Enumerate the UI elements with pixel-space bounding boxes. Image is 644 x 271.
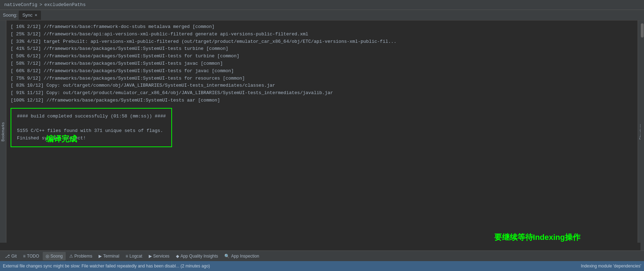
breadcrumb-part2: excludeGenPaths (44, 2, 85, 7)
toolbar-app-inspection-label: App Inspection (231, 254, 259, 259)
terminal-line-7: [ 66% 8/12] //frameworks/base/packages/S… (11, 68, 633, 75)
toolbar-todo[interactable]: ≡ TODO (20, 252, 42, 260)
app-quality-icon: ◆ (176, 254, 179, 259)
problems-icon: ⚠ (69, 254, 73, 259)
toolbar-logcat-label: Logcat (130, 254, 142, 259)
toolbar-logcat[interactable]: ≡ Logcat (123, 252, 145, 260)
terminal-line-9: [ 83% 10/12] Copy: out/target/common/obj… (11, 82, 633, 90)
toolbar-soong[interactable]: ◎ Soong (43, 252, 66, 260)
success-line-3: Finished syncing project! (17, 135, 166, 142)
tab-bar: Soong: Sync × (0, 10, 644, 21)
terminal-output: [ 16% 2/12] //frameworks/base:framework-… (6, 21, 638, 243)
toolbar-git[interactable]: ⎇ Git (2, 252, 19, 260)
toolbar-app-quality-label: App Quality Insights (181, 254, 218, 259)
sync-tab[interactable]: Sync × (19, 11, 41, 20)
toolbar-todo-label: TODO (27, 254, 39, 259)
toolbar-app-quality[interactable]: ◆ App Quality Insights (173, 252, 221, 260)
terminal-line-11: [100% 12/12] //frameworks/base/packages/… (11, 97, 633, 104)
breadcrumb-part1: nativeConfig (4, 2, 37, 7)
terminal-line-1: [ 16% 2/12] //frameworks/base:framework-… (11, 23, 633, 31)
sync-tab-close[interactable]: × (35, 13, 37, 17)
terminal-line-5: [ 50% 6/12] //frameworks/base/packages/S… (11, 53, 633, 60)
status-left-text: External file changes sync might be slow… (3, 264, 210, 269)
breadcrumb-separator: > (40, 2, 42, 7)
toolbar-services[interactable]: ▶ Services (146, 252, 172, 260)
toolbar-problems[interactable]: ⚠ Problems (66, 252, 95, 260)
chinese-text-indexing: 要继续等待Indexing操作 (494, 232, 580, 243)
terminal-line-4: [ 41% 5/12] //frameworks/base/packages/S… (11, 45, 633, 53)
bookmarks-label: Bookmarks (1, 122, 5, 142)
breadcrumb-bar: nativeConfig > excludeGenPaths (0, 0, 644, 10)
status-bar: External file changes sync might be slow… (0, 261, 644, 271)
toolbar-problems-label: Problems (75, 254, 93, 259)
toolbar-app-inspection[interactable]: 🔍 App Inspection (221, 252, 262, 260)
soong-icon: ◎ (46, 254, 49, 259)
services-icon: ▶ (149, 254, 152, 259)
success-line-empty (17, 120, 166, 128)
terminal-line-8: [ 75% 9/12] //frameworks/base/packages/S… (11, 75, 633, 82)
toolbar-terminal[interactable]: ▶ Terminal (96, 252, 122, 260)
main-area: Bookmarks [ 16% 2/12] //frameworks/base:… (0, 21, 644, 243)
terminal-line-6: [ 58% 7/12] //frameworks/base/packages/S… (11, 60, 633, 68)
toolbar-soong-label: Soong (51, 254, 63, 259)
terminal-icon: ▶ (99, 254, 102, 259)
scrollbar[interactable] (640, 21, 644, 250)
scrollbar-thumb[interactable] (641, 23, 644, 38)
terminal-line-10: [ 91% 11/12] Copy: out/target/product/em… (11, 90, 633, 97)
toolbar-terminal-label: Terminal (103, 254, 119, 259)
logcat-icon: ≡ (126, 254, 128, 259)
bottom-toolbar: ⎇ Git ≡ TODO ◎ Soong ⚠ Problems ▶ Termin… (0, 250, 644, 261)
success-line-2: 5155 C/C++ files found with 371 unique s… (17, 127, 166, 135)
status-right-text: Indexing module 'dependencies' (581, 264, 641, 269)
bookmarks-panel: Bookmarks (0, 21, 6, 243)
todo-icon: ≡ (23, 254, 25, 259)
soong-label: Soong: (3, 12, 17, 18)
chinese-text-compiled: 编译完成 (46, 134, 77, 144)
git-icon: ⎇ (5, 254, 10, 259)
success-line-1: #### build completed successfully (01:58… (17, 113, 166, 120)
terminal-line-3: [ 33% 4/12] target Prebuilt: api-version… (11, 38, 633, 46)
toolbar-services-label: Services (153, 254, 170, 259)
terminal-line-2: [ 25% 3/12] //frameworks/base/api:api-ve… (11, 31, 633, 38)
app-inspection-icon: 🔍 (224, 254, 230, 259)
toolbar-git-label: Git (11, 254, 17, 259)
sync-tab-label: Sync (22, 12, 33, 18)
success-box: #### build completed successfully (01:58… (11, 108, 172, 147)
